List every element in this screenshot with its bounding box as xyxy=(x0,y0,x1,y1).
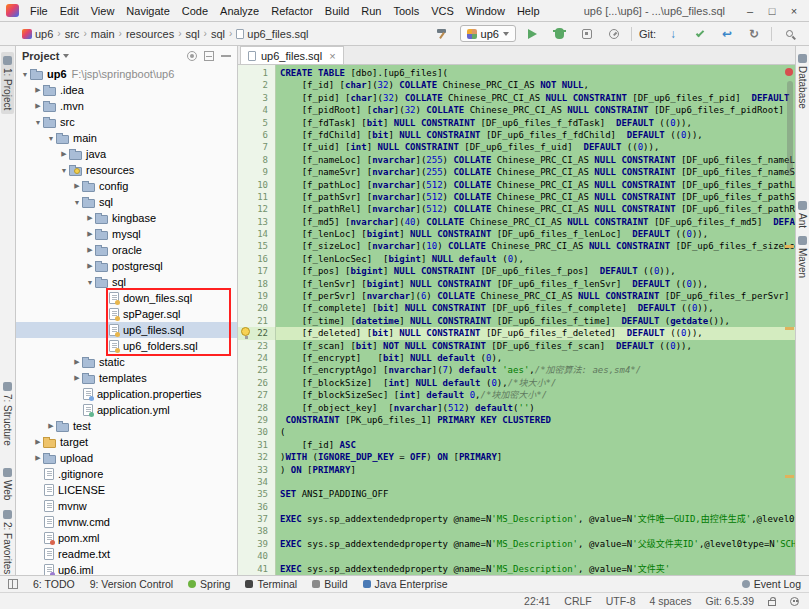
code-area[interactable]: CREATE TABLE [dbo].[up6_files]( [f_id] [… xyxy=(276,65,795,575)
tree-row-up6-folders-sql[interactable]: up6_folders.sql xyxy=(16,338,237,354)
menu-vcs[interactable]: VCS xyxy=(425,2,460,20)
chevron-collapsed-icon[interactable]: ▶ xyxy=(59,150,69,158)
chevron-expanded-icon[interactable]: ▼ xyxy=(59,167,69,174)
menu-analyze[interactable]: Analyze xyxy=(214,2,265,20)
project-tree[interactable]: ▼up6F:\jsp\springboot\up6▶.idea▶.mvn▼src… xyxy=(16,66,237,575)
code-line-28[interactable]: [f_object_key] [nvarchar](512) default('… xyxy=(280,402,795,414)
code-line-10[interactable]: [f_pathLoc] [nvarchar](512) COLLATE Chin… xyxy=(280,179,795,191)
tree-row-config[interactable]: ▶config xyxy=(16,178,237,194)
code-line-35[interactable]: SET ANSI_PADDING_OFF xyxy=(280,488,795,500)
chevron-down-icon[interactable] xyxy=(63,54,69,58)
code-line-37[interactable]: EXEC sys.sp_addextendedproperty @name=N'… xyxy=(280,513,795,525)
tree-row-main[interactable]: ▼main xyxy=(16,130,237,146)
toolwindow-button-java-enterprise[interactable]: Java Enterprise xyxy=(363,578,448,590)
git-history-button[interactable]: ↻ xyxy=(744,25,764,43)
tree-row-sql[interactable]: ▼sql xyxy=(16,194,237,210)
editor-tab[interactable]: up6_files.sql × xyxy=(240,46,344,64)
code-line-9[interactable]: [f_nameSvr] [nvarchar](255) COLLATE Chin… xyxy=(280,166,795,178)
code-line-7[interactable]: [f_uid] [int] NULL CONSTRAINT [DF_up6_fi… xyxy=(280,141,795,153)
tree-row-sppager-sql[interactable]: spPager.sql xyxy=(16,306,237,322)
tree-row-mvnw[interactable]: mvnw xyxy=(16,498,237,514)
hide-panel-icon[interactable] xyxy=(221,51,231,61)
tree-row-static[interactable]: ▶static xyxy=(16,354,237,370)
line-ending[interactable]: CRLF xyxy=(564,595,591,607)
chevron-collapsed-icon[interactable]: ▶ xyxy=(33,86,43,94)
chevron-collapsed-icon[interactable]: ▶ xyxy=(33,454,43,462)
code-line-30[interactable]: ( xyxy=(280,426,795,438)
tree-row-postgresql[interactable]: ▶postgresql xyxy=(16,258,237,274)
code-line-18[interactable]: [f_lenSvr] [bigint] NULL CONSTRAINT [DF_… xyxy=(280,278,795,290)
tree-row-mvnw-cmd[interactable]: mvnw.cmd xyxy=(16,514,237,530)
code-line-8[interactable]: [f_nameLoc] [nvarchar](255) COLLATE Chin… xyxy=(280,154,795,166)
chevron-collapsed-icon[interactable]: ▶ xyxy=(85,214,95,222)
tool-button-1-project[interactable]: 1: Project xyxy=(1,52,14,114)
chevron-expanded-icon[interactable]: ▼ xyxy=(20,71,30,78)
breadcrumb-item-sql[interactable]: sql xyxy=(211,28,225,40)
code-line-22[interactable]: [f_deleted] [bit] NULL CONSTRAINT [DF_up… xyxy=(276,327,795,339)
breadcrumb-item-up6-files-sql[interactable]: up6_files.sql xyxy=(236,28,308,40)
tree-row-upload[interactable]: ▶upload xyxy=(16,450,237,466)
tree-row-up6[interactable]: ▼up6F:\jsp\springboot\up6 xyxy=(16,66,237,82)
code-line-12[interactable]: [f_pathRel] [nvarchar](512) COLLATE Chin… xyxy=(280,203,795,215)
code-line-2[interactable]: [f_id] [char](32) COLLATE Chinese_PRC_CI… xyxy=(280,79,795,91)
menu-file[interactable]: File xyxy=(24,2,54,20)
code-line-36[interactable] xyxy=(280,501,795,513)
menu-view[interactable]: View xyxy=(85,2,121,20)
breadcrumb-item-main[interactable]: main xyxy=(91,28,115,40)
caret-position[interactable]: 22:41 xyxy=(524,595,550,607)
code-line-38[interactable] xyxy=(280,525,795,537)
toolwindow-button-terminal[interactable]: Terminal xyxy=(245,578,297,590)
chevron-collapsed-icon[interactable]: ▶ xyxy=(46,422,56,430)
code-line-33[interactable]: ) ON [PRIMARY] xyxy=(280,464,795,476)
menu-run[interactable]: Run xyxy=(355,2,387,20)
chevron-collapsed-icon[interactable]: ▶ xyxy=(85,246,95,254)
tool-button-7-structure[interactable]: 7: Structure xyxy=(2,382,13,446)
collapse-all-icon[interactable] xyxy=(204,51,214,61)
code-line-17[interactable]: [f_pos] [bigint] NULL CONSTRAINT [DF_up6… xyxy=(280,265,795,277)
tool-button-web[interactable]: Web xyxy=(2,468,13,500)
tool-button-ant[interactable]: Ant xyxy=(797,201,808,228)
code-line-24[interactable]: [f_encrypt] [bit] NULL default (0), xyxy=(280,352,795,364)
hector-icon[interactable] xyxy=(790,597,799,606)
code-line-41[interactable]: EXEC sys.sp_addextendedproperty @name=N'… xyxy=(280,563,795,575)
tree-row-sql[interactable]: ▼sql xyxy=(16,274,237,290)
indent[interactable]: 4 spaces xyxy=(650,595,692,607)
breadcrumb-item-sql[interactable]: sql xyxy=(186,28,200,40)
code-line-11[interactable]: [f_pathSvr] [nvarchar](512) COLLATE Chin… xyxy=(280,191,795,203)
menu-help[interactable]: Help xyxy=(511,2,546,20)
tree-row-up6-files-sql[interactable]: up6_files.sql xyxy=(16,322,237,338)
run-config-selector[interactable]: up6 xyxy=(460,25,516,42)
chevron-expanded-icon[interactable]: ▼ xyxy=(33,119,43,126)
tree-row-license[interactable]: LICENSE xyxy=(16,482,237,498)
chevron-collapsed-icon[interactable]: ▶ xyxy=(85,230,95,238)
tool-button-2-favorites[interactable]: 2: Favorites xyxy=(2,510,13,574)
editor-gutter[interactable]: 1234567891011121314151617181920212223242… xyxy=(238,65,276,575)
code-line-6[interactable]: [f_fdChild] [bit] NULL CONSTRAINT [DF_up… xyxy=(280,129,795,141)
code-line-13[interactable]: [f_md5] [nvarchar](40) COLLATE Chinese_P… xyxy=(280,216,795,228)
tab-close-icon[interactable]: × xyxy=(329,50,335,62)
tree-row-kingbase[interactable]: ▶kingbase xyxy=(16,210,237,226)
tree-row-target[interactable]: ▶target xyxy=(16,434,237,450)
code-line-3[interactable]: [f_pid] [char](32) COLLATE Chinese_PRC_C… xyxy=(280,92,795,104)
chevron-expanded-icon[interactable]: ▼ xyxy=(46,135,56,142)
debug-button[interactable] xyxy=(550,25,570,43)
settings-gear-icon[interactable] xyxy=(187,51,197,61)
close-button[interactable]: × xyxy=(783,5,805,17)
git-rollback-button[interactable]: ↩ xyxy=(717,25,737,43)
git-branch[interactable]: Git: 6.5.39 xyxy=(706,595,754,607)
chevron-collapsed-icon[interactable]: ▶ xyxy=(85,262,95,270)
menu-tools[interactable]: Tools xyxy=(387,2,425,20)
chevron-expanded-icon[interactable]: ▼ xyxy=(85,279,95,286)
toolwindow-button-build[interactable]: Build xyxy=(312,578,347,590)
code-line-19[interactable]: [f_perSvr] [nvarchar](6) COLLATE Chinese… xyxy=(280,290,795,302)
code-line-5[interactable]: [f_fdTask] [bit] NULL CONSTRAINT [DF_up6… xyxy=(280,117,795,129)
tree-row-readme-txt[interactable]: readme.txt xyxy=(16,546,237,562)
code-line-4[interactable]: [f_pidRoot] [char](32) COLLATE Chinese_P… xyxy=(280,104,795,116)
run-button[interactable] xyxy=(523,25,543,43)
tree-row-down-files-sql[interactable]: down_files.sql xyxy=(16,290,237,306)
code-line-23[interactable]: [f_scan] [bit] NOT NULL CONSTRAINT [DF_u… xyxy=(280,340,795,352)
minimize-button[interactable]: – xyxy=(739,5,761,17)
git-commit-button[interactable] xyxy=(690,25,710,43)
menu-window[interactable]: Window xyxy=(460,2,511,20)
tree-row-test[interactable]: ▶test xyxy=(16,418,237,434)
